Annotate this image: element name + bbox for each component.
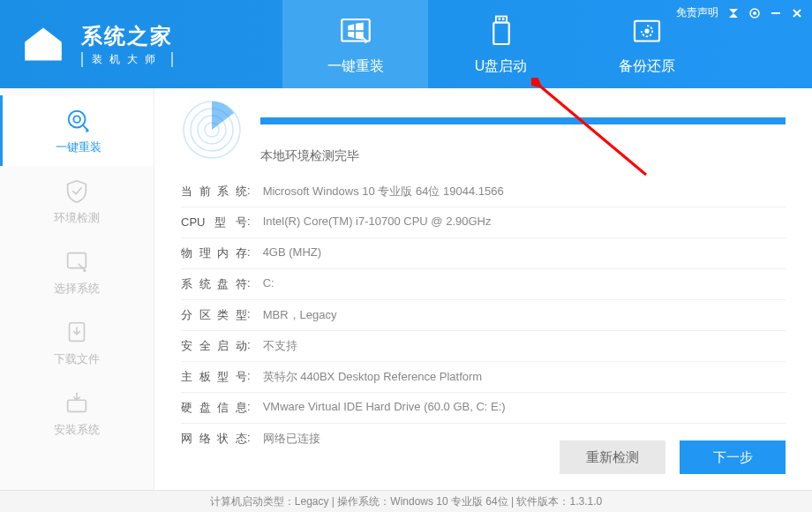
install-icon [64, 390, 90, 417]
svg-point-12 [753, 11, 756, 15]
info-row: 物理内存:4GB (MHZ) [181, 238, 786, 269]
svg-rect-2 [56, 52, 57, 54]
sidebar-item-envcheck[interactable]: 环境检测 [0, 166, 154, 237]
info-row: 分区类型:MBR，Legacy [181, 300, 786, 331]
info-row: CPU型号:Intel(R) Core(TM) i7-10700 CPU @ 2… [181, 207, 786, 238]
sidebar-item-label: 一键重装 [56, 139, 102, 155]
settings-icon[interactable] [748, 7, 761, 19]
main-panel: 本地环境检测完毕 当前系统:Microsoft Windows 10 专业版 6… [154, 88, 812, 490]
next-button[interactable]: 下一步 [680, 440, 786, 474]
tab-label: 备份还原 [619, 57, 675, 76]
titlebar-controls: 免责声明 [676, 5, 803, 20]
radar-icon [181, 99, 243, 161]
sidebar-item-install[interactable]: 安装系统 [0, 378, 154, 448]
shield-check-icon [64, 178, 90, 205]
svg-rect-16 [68, 253, 86, 268]
sidebar-item-label: 环境检测 [54, 210, 100, 226]
sidebar-item-label: 选择系统 [54, 281, 100, 297]
target-icon [65, 108, 92, 134]
info-row: 当前系统:Microsoft Windows 10 专业版 64位 19044.… [181, 177, 786, 207]
svg-rect-8 [493, 22, 509, 44]
logo-title: 系统之家 [81, 22, 173, 50]
usb-icon [483, 13, 520, 50]
minimize-button[interactable] [770, 7, 782, 19]
close-button[interactable] [791, 7, 803, 19]
windows-reinstall-icon [337, 13, 374, 50]
footer-statusbar: 计算机启动类型：Legacy | 操作系统：Windows 10 专业版 64位… [0, 490, 812, 512]
footer-text: 计算机启动类型：Legacy | 操作系统：Windows 10 专业版 64位… [210, 494, 602, 509]
svg-point-10 [644, 28, 649, 33]
logo-subtitle: 装机大师 [81, 52, 173, 67]
sidebar-item-label: 安装系统 [54, 422, 100, 438]
sidebar: 一键重装 环境检测 选择系统 下载文件 安装系统 [0, 88, 154, 490]
svg-rect-18 [68, 400, 86, 411]
progress-status-text: 本地环境检测完毕 [260, 148, 786, 164]
tab-oneclick-reinstall[interactable]: 一键重装 [282, 0, 428, 88]
sidebar-item-download[interactable]: 下载文件 [0, 307, 154, 378]
sidebar-item-label: 下载文件 [54, 351, 100, 367]
tab-label: U盘启动 [475, 57, 528, 76]
sidebar-item-reinstall[interactable]: 一键重装 [0, 95, 154, 166]
header: 系统之家 装机大师 一键重装 U盘启动 [0, 0, 812, 88]
system-info-list: 当前系统:Microsoft Windows 10 专业版 64位 19044.… [181, 177, 786, 454]
svg-rect-0 [56, 48, 57, 49]
tab-label: 一键重装 [327, 57, 384, 76]
svg-rect-7 [501, 18, 504, 20]
select-icon [64, 249, 90, 275]
svg-point-15 [73, 116, 80, 123]
info-row: 主板型号:英特尔 440BX Desktop Reference Platfor… [181, 362, 786, 393]
progress-bar [260, 117, 786, 124]
logo-area: 系统之家 装机大师 [0, 22, 265, 67]
download-icon [64, 320, 90, 346]
top-tabs: 一键重装 U盘启动 备份还原 [282, 0, 719, 88]
logo-icon [18, 22, 71, 66]
disclaimer-link[interactable]: 免责声明 [676, 5, 718, 20]
info-row: 系统盘符:C: [181, 269, 786, 300]
backup-icon [628, 13, 665, 50]
svg-rect-1 [59, 48, 61, 49]
svg-rect-6 [498, 18, 500, 20]
sidebar-item-selectos[interactable]: 选择系统 [0, 237, 154, 307]
info-row: 安全启动:不支持 [181, 331, 786, 362]
retry-button[interactable]: 重新检测 [560, 440, 665, 474]
info-row: 硬盘信息:VMware Virtual IDE Hard Drive (60.0… [181, 393, 786, 424]
menu-icon[interactable] [727, 7, 740, 19]
tab-usb-boot[interactable]: U盘启动 [428, 0, 574, 88]
svg-rect-3 [59, 52, 61, 54]
